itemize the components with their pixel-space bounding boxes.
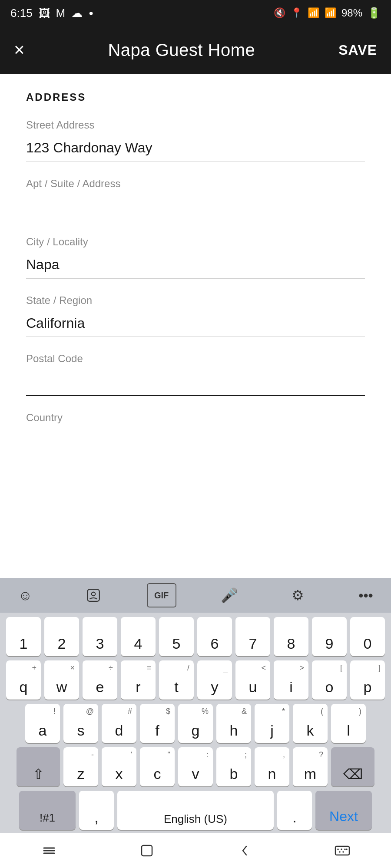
key-7[interactable]: 7	[235, 617, 270, 656]
form-area: ADDRESS Street Address Apt / Suite / Add…	[0, 74, 391, 452]
key-p[interactable]: ]p	[350, 660, 385, 700]
key-x[interactable]: 'x	[102, 747, 136, 786]
svg-rect-5	[142, 845, 152, 856]
key-1[interactable]: 1	[6, 617, 41, 656]
keyboard-toolbar: ☺ GIF 🎤 ⚙ •••	[0, 578, 391, 613]
nav-back-button[interactable]	[227, 838, 262, 864]
key-t[interactable]: /t	[159, 660, 194, 700]
more-button[interactable]: •••	[351, 583, 381, 607]
key-y[interactable]: _y	[197, 660, 232, 700]
key-period[interactable]: .	[277, 791, 312, 830]
mic-button[interactable]: 🎤	[215, 583, 244, 607]
symbols-label: !#1	[40, 811, 55, 825]
section-label: ADDRESS	[26, 91, 365, 103]
keyboard: ☺ GIF 🎤 ⚙ ••• 1 2 3 4 5 6 7 8 9 0	[0, 578, 391, 833]
key-8[interactable]: 8	[274, 617, 308, 656]
wifi-icon: 📶	[308, 7, 319, 19]
svg-rect-6	[335, 846, 349, 855]
signal-icon: 📶	[325, 7, 336, 19]
input-apt-suite[interactable]	[26, 193, 365, 221]
label-postal-code: Postal Code	[26, 353, 365, 365]
key-m[interactable]: ?m	[293, 747, 328, 786]
field-group-apt: Apt / Suite / Address	[26, 178, 365, 221]
key-a[interactable]: !a	[25, 704, 60, 743]
space-key[interactable]: English (US)	[117, 791, 274, 830]
key-c[interactable]: "c	[140, 747, 175, 786]
cloud-icon: ☁	[71, 7, 83, 20]
input-postal-code[interactable]	[26, 368, 365, 396]
status-time: 6:15	[10, 7, 33, 20]
key-0[interactable]: 0	[350, 617, 385, 656]
key-h[interactable]: &h	[216, 704, 251, 743]
shift-key[interactable]: ⇧	[17, 747, 60, 786]
emoji-button[interactable]: ☺	[10, 583, 40, 607]
key-g[interactable]: %g	[178, 704, 213, 743]
key-5[interactable]: 5	[159, 617, 194, 656]
gif-button[interactable]: GIF	[147, 583, 176, 607]
zxcv-row: ⇧ -z 'x "c :v ;b ,n ?m ⌫	[3, 747, 388, 786]
qwerty-row: +q ×w ÷e =r /t _y <u >i [o ]p	[3, 660, 388, 700]
input-state[interactable]	[26, 310, 365, 337]
symbols-key[interactable]: !#1	[19, 791, 76, 830]
key-9[interactable]: 9	[312, 617, 347, 656]
key-z[interactable]: -z	[63, 747, 98, 786]
keyboard-rows: 1 2 3 4 5 6 7 8 9 0 +q ×w ÷e =r /t _y <u…	[0, 613, 391, 833]
field-group-city: City / Locality	[26, 236, 365, 279]
battery-icon: 🔋	[368, 7, 381, 19]
nav-bar	[0, 833, 391, 868]
key-d[interactable]: #d	[102, 704, 136, 743]
label-apt-suite: Apt / Suite / Address	[26, 178, 365, 190]
key-u[interactable]: <u	[235, 660, 270, 700]
key-f[interactable]: $f	[140, 704, 175, 743]
location-icon: 📍	[291, 7, 302, 19]
key-s[interactable]: @s	[63, 704, 98, 743]
key-q[interactable]: +q	[6, 660, 41, 700]
next-label: Next	[329, 809, 358, 825]
app-bar: × Napa Guest Home SAVE	[0, 26, 391, 74]
field-group-country: Country	[26, 412, 365, 424]
input-city[interactable]	[26, 251, 365, 279]
key-3[interactable]: 3	[83, 617, 117, 656]
space-label: English (US)	[164, 813, 227, 825]
key-v[interactable]: :v	[178, 747, 213, 786]
close-button[interactable]: ×	[14, 41, 25, 59]
status-right: 🔇 📍 📶 📶 98% 🔋	[274, 7, 381, 19]
input-street-address[interactable]	[26, 135, 365, 162]
save-button[interactable]: SAVE	[338, 42, 377, 58]
key-2[interactable]: 2	[44, 617, 79, 656]
number-row: 1 2 3 4 5 6 7 8 9 0	[3, 617, 388, 656]
app-title: Napa Guest Home	[108, 40, 255, 60]
key-w[interactable]: ×w	[44, 660, 79, 700]
next-key[interactable]: Next	[315, 791, 372, 830]
nav-home-button[interactable]	[129, 838, 164, 864]
backspace-key[interactable]: ⌫	[331, 747, 374, 786]
nav-menu-button[interactable]	[32, 838, 66, 864]
mute-icon: 🔇	[274, 7, 285, 19]
key-comma[interactable]: ,	[79, 791, 114, 830]
mail-icon: M	[56, 7, 66, 20]
bottom-row: !#1 , English (US) . Next	[3, 791, 388, 830]
key-o[interactable]: [o	[312, 660, 347, 700]
key-6[interactable]: 6	[197, 617, 232, 656]
dot-icon: ●	[89, 9, 93, 18]
label-state: State / Region	[26, 294, 365, 307]
key-b[interactable]: ;b	[216, 747, 251, 786]
key-k[interactable]: (k	[293, 704, 328, 743]
svg-point-1	[92, 592, 96, 596]
asdf-row: !a @s #d $f %g &h *j (k )l	[3, 704, 388, 743]
field-group-street: Street Address	[26, 119, 365, 162]
battery-text: 98%	[341, 7, 362, 19]
key-i[interactable]: >i	[274, 660, 308, 700]
key-4[interactable]: 4	[121, 617, 156, 656]
key-n[interactable]: ,n	[255, 747, 289, 786]
key-j[interactable]: *j	[255, 704, 289, 743]
settings-button[interactable]: ⚙	[283, 583, 312, 607]
key-r[interactable]: =r	[121, 660, 156, 700]
key-e[interactable]: ÷e	[83, 660, 117, 700]
field-group-state: State / Region	[26, 294, 365, 337]
status-left: 6:15 🖼 M ☁ ●	[10, 7, 93, 20]
nav-keyboard-button[interactable]	[325, 838, 360, 864]
label-city: City / Locality	[26, 236, 365, 248]
sticker-button[interactable]	[79, 583, 108, 607]
key-l[interactable]: )l	[331, 704, 366, 743]
